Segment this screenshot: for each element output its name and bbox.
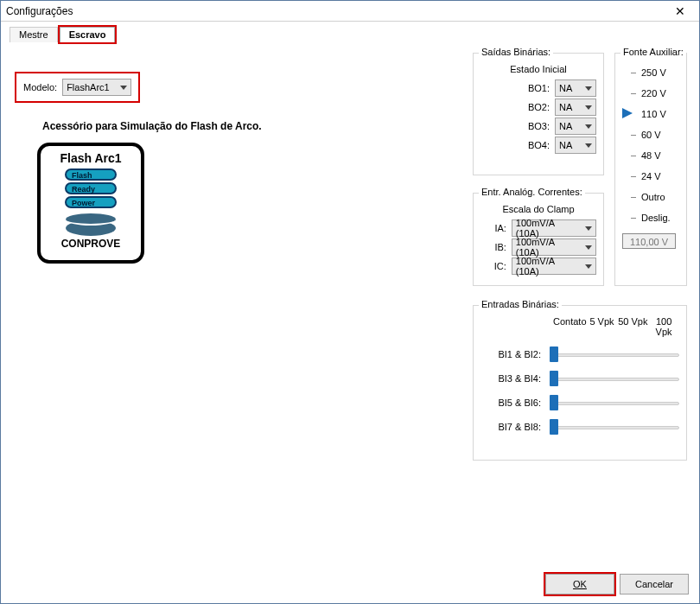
pill-power: Power — [65, 196, 117, 208]
ia-dropdown[interactable]: 100mV/A (10A) — [512, 219, 596, 237]
ib-label: IB: — [480, 242, 506, 252]
aux-option[interactable]: Outro — [622, 188, 679, 206]
close-icon[interactable]: ✕ — [665, 2, 696, 21]
bo-row-2: BO2: NA — [480, 99, 596, 116]
bi-slider[interactable] — [550, 420, 679, 434]
dialog-buttons: OK Cancelar — [545, 574, 689, 594]
aux-option-label: Deslig. — [641, 213, 671, 223]
aux-title: Fonte Auxiliar: — [620, 47, 686, 57]
aux-option-label: 48 V — [641, 150, 661, 161]
device-panel: Flash Arc1 Flash Ready Power CONPROVE — [37, 143, 144, 264]
aux-option[interactable]: 24 V — [622, 168, 679, 185]
bo-row-4: BO4: NA — [480, 137, 596, 154]
bi-slider[interactable] — [550, 396, 679, 410]
bi-row: BI3 & BI4: — [480, 372, 679, 385]
bi-row-label: BI1 & BI2: — [480, 349, 541, 359]
aux-option-label: 220 V — [641, 88, 666, 99]
bo-row-1: BO1: NA — [480, 79, 596, 97]
aux-option[interactable]: 220 V — [622, 85, 679, 102]
bi-h-5v: 5 Vpk — [587, 316, 618, 337]
bo3-label: BO3: — [524, 121, 550, 131]
bi-h-100v: 100 Vpk — [648, 316, 679, 337]
logo-icon — [66, 213, 116, 236]
aux-option[interactable]: 110 V — [622, 105, 679, 123]
fieldset-analog-inputs: Entr. Analóg. Correntes: Escala do Clamp… — [473, 193, 604, 286]
ic-label: IC: — [480, 261, 506, 271]
model-row: Modelo: FlashArc1 — [16, 73, 138, 101]
tab-mestre[interactable]: Mestre — [10, 27, 58, 42]
description-text: Acessório para Simulação do Flash de Arc… — [42, 120, 262, 132]
bi-title: Entradas Binárias: — [479, 299, 562, 309]
content-area: Mestre Escravo Modelo: FlashArc1 Acessór… — [1, 22, 699, 603]
bo4-dropdown[interactable]: NA — [555, 137, 596, 154]
pill-ready: Ready — [65, 182, 117, 194]
aux-option[interactable]: 48 V — [622, 147, 679, 164]
bi-row-label: BI3 & BI4: — [480, 373, 541, 384]
bo4-label: BO4: — [524, 140, 550, 150]
device-title: Flash Arc1 — [41, 151, 141, 165]
fieldset-binary-inputs: Entradas Binárias: Contato 5 Vpk 50 Vpk … — [473, 305, 687, 461]
cancel-button[interactable]: Cancelar — [620, 574, 689, 594]
bo2-label: BO2: — [524, 102, 550, 112]
ib-dropdown[interactable]: 100mV/A (10A) — [512, 238, 596, 256]
aux-list: 250 V220 V110 V60 V48 V24 VOutroDeslig. — [622, 64, 679, 226]
pill-flash: Flash — [65, 168, 117, 181]
model-dropdown[interactable]: FlashArc1 — [62, 79, 131, 96]
bi-row: BI5 & BI6: — [480, 396, 679, 410]
aux-option[interactable]: 60 V — [622, 126, 679, 143]
ok-button[interactable]: OK — [545, 574, 614, 594]
aux-option-label: 250 V — [641, 67, 666, 78]
bo3-dropdown[interactable]: NA — [555, 118, 596, 135]
bi-slider[interactable] — [550, 347, 679, 361]
bo1-label: BO1: — [524, 83, 550, 93]
model-value: FlashArc1 — [67, 82, 110, 92]
bi-row: BI7 & BI8: — [480, 420, 679, 434]
ic-dropdown[interactable]: 100mV/A (10A) — [512, 257, 596, 275]
aux-option-label: 60 V — [641, 130, 661, 140]
tabs: Mestre Escravo — [10, 27, 115, 42]
bi-h-50v: 50 Vpk — [617, 316, 648, 337]
aux-option-label: Outro — [641, 192, 665, 202]
bi-row-label: BI5 & BI6: — [480, 397, 541, 408]
ai-row-ic: IC: 100mV/A (10A) — [480, 257, 596, 275]
fieldset-binary-outputs: Saídas Binárias: Estado Inicial BO1: NA … — [473, 53, 604, 175]
config-window: Configurações ✕ Mestre Escravo Modelo: F… — [0, 0, 700, 604]
titlebar: Configurações ✕ — [1, 1, 699, 22]
device-brand: CONPROVE — [41, 238, 141, 250]
aux-voltage-input[interactable]: 110,00 V — [622, 233, 676, 249]
bi-slider[interactable] — [550, 372, 679, 385]
ai-row-ib: IB: 100mV/A (10A) — [480, 238, 596, 256]
ai-subtitle: Escala do Clamp — [480, 204, 596, 214]
aux-option-label: 110 V — [641, 109, 666, 119]
ai-row-ia: IA: 100mV/A (10A) — [480, 219, 596, 237]
bo1-dropdown[interactable]: NA — [555, 79, 596, 97]
ai-title: Entr. Analóg. Correntes: — [479, 187, 585, 197]
fieldset-aux-source: Fonte Auxiliar: 250 V220 V110 V60 V48 V2… — [614, 53, 687, 286]
bo-row-3: BO3: NA — [480, 118, 596, 135]
bi-header: Contato 5 Vpk 50 Vpk 100 Vpk — [553, 316, 679, 337]
aux-option-label: 24 V — [641, 171, 661, 181]
bi-row: BI1 & BI2: — [480, 347, 679, 361]
aux-option[interactable]: 250 V — [622, 64, 679, 81]
bo-title: Saídas Binárias: — [479, 47, 553, 57]
ia-label: IA: — [480, 223, 506, 233]
aux-option[interactable]: Deslig. — [622, 209, 679, 226]
tab-escravo[interactable]: Escravo — [60, 27, 116, 42]
window-title: Configurações — [4, 5, 665, 17]
model-label: Modelo: — [23, 82, 57, 92]
bo2-dropdown[interactable]: NA — [555, 99, 596, 116]
bi-row-label: BI7 & BI8: — [480, 422, 541, 432]
bo-subtitle: Estado Inicial — [480, 64, 596, 74]
bi-h-contato: Contato — [553, 316, 587, 337]
